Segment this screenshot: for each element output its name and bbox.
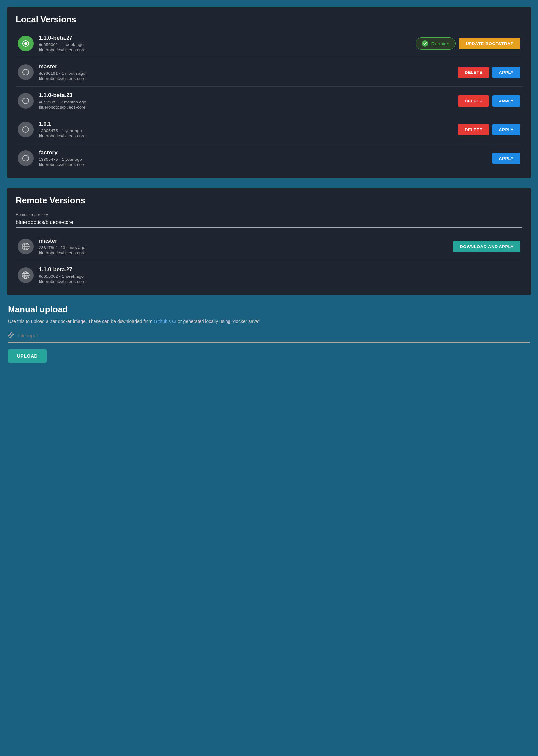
remote-versions-card: Remote Versions Remote repository master… <box>7 188 531 295</box>
apply-button[interactable]: APPLY <box>492 67 520 78</box>
checkmark-icon <box>423 41 427 45</box>
inactive-version-icon <box>18 150 33 166</box>
delete-button[interactable]: DELETE <box>458 124 489 135</box>
radio-inactive-icon <box>22 155 29 162</box>
inactive-version-icon <box>18 64 33 80</box>
file-input-row <box>8 332 530 343</box>
version-hash: 6d656002 - 1 week ago <box>39 42 410 47</box>
svg-point-0 <box>24 42 27 45</box>
table-row: 1.0.1 13805475 - 1 year ago bluerobotics… <box>16 117 522 142</box>
version-name: 1.0.1 <box>39 121 453 127</box>
inactive-version-icon <box>18 93 33 109</box>
row-divider <box>16 261 522 261</box>
desc-text-2: or generated locally using "docker save" <box>177 319 260 324</box>
paperclip-svg <box>8 332 15 338</box>
manual-upload-description: Use this to upload a .tar docker image. … <box>8 318 530 325</box>
table-row: 1.1.0-beta.23 a6e1f1c5 - 2 months ago bl… <box>16 89 522 113</box>
svg-point-5 <box>23 155 28 161</box>
version-name: 1.1.0-beta.27 <box>39 266 515 273</box>
version-actions: DELETE APPLY <box>458 124 520 135</box>
version-repo: bluerobotics/blueos-core <box>39 134 453 138</box>
row-divider <box>16 86 522 87</box>
version-name: 1.1.0-beta.23 <box>39 92 453 98</box>
running-status: Running <box>415 37 456 50</box>
check-icon <box>422 40 428 47</box>
apply-button[interactable]: APPLY <box>492 153 520 164</box>
version-info: 1.0.1 13805475 - 1 year ago bluerobotics… <box>39 121 453 138</box>
radio-inactive-icon <box>22 97 29 104</box>
radio-inactive-icon <box>22 126 29 133</box>
svg-point-3 <box>23 98 28 104</box>
version-hash: 13805475 - 1 year ago <box>39 157 487 162</box>
version-info: 1.1.0-beta.27 6d656002 - 1 week ago blue… <box>39 266 515 284</box>
version-hash: 13805475 - 1 year ago <box>39 128 453 133</box>
table-row: master dc986191 - 1 month ago blueroboti… <box>16 60 522 84</box>
version-actions: Running UPDATE BOOTSTRAP <box>415 37 520 50</box>
repo-label: Remote repository <box>16 212 522 217</box>
table-row: 1.1.0-beta.27 6d656002 - 1 week ago blue… <box>16 31 522 56</box>
desc-text-1: Use this to upload a .tar docker image. … <box>8 319 154 324</box>
download-and-apply-button[interactable]: DOWNLOAD AND APPLY <box>453 241 520 252</box>
paperclip-icon <box>8 332 15 340</box>
row-divider <box>16 58 522 58</box>
update-bootstrap-button[interactable]: UPDATE BOOTSTRAP <box>459 38 520 49</box>
globe-icon <box>18 239 33 254</box>
svg-point-4 <box>23 127 28 133</box>
globe-svg <box>22 242 30 251</box>
version-hash: 233178cf - 23 hours ago <box>39 245 448 250</box>
version-actions: DOWNLOAD AND APPLY <box>453 241 520 252</box>
upload-button[interactable]: UPLOAD <box>8 349 47 362</box>
svg-point-2 <box>23 69 28 75</box>
version-info: master dc986191 - 1 month ago blueroboti… <box>39 63 453 81</box>
radio-active-icon <box>22 40 29 47</box>
github-ci-link[interactable]: Github's CI <box>154 319 177 324</box>
row-divider <box>16 115 522 115</box>
version-repo: bluerobotics/blueos-core <box>39 250 448 255</box>
version-actions: DELETE APPLY <box>458 95 520 107</box>
apply-button[interactable]: APPLY <box>492 124 520 135</box>
version-hash: 6d656002 - 1 week ago <box>39 274 515 279</box>
version-info: master 233178cf - 23 hours ago bluerobot… <box>39 238 448 255</box>
local-version-list: 1.1.0-beta.27 6d656002 - 1 week ago blue… <box>16 31 522 170</box>
version-info: 1.1.0-beta.23 a6e1f1c5 - 2 months ago bl… <box>39 92 453 110</box>
apply-button[interactable]: APPLY <box>492 95 520 107</box>
globe-svg <box>22 271 30 280</box>
version-repo: bluerobotics/blueos-core <box>39 162 487 167</box>
version-actions: APPLY <box>492 153 520 164</box>
version-repo: bluerobotics/blueos-core <box>39 76 453 81</box>
radio-inactive-icon <box>22 69 29 76</box>
version-repo: bluerobotics/blueos-core <box>39 47 410 52</box>
version-name: 1.1.0-beta.27 <box>39 34 410 41</box>
local-versions-card: Local Versions 1.1.0-beta.27 6d656002 - … <box>7 7 531 178</box>
version-actions: DELETE APPLY <box>458 67 520 78</box>
manual-upload-title: Manual upload <box>8 304 530 315</box>
running-label: Running <box>431 41 450 46</box>
delete-button[interactable]: DELETE <box>458 67 489 78</box>
remote-version-list: master 233178cf - 23 hours ago bluerobot… <box>16 234 522 287</box>
row-divider <box>16 144 522 144</box>
local-versions-title: Local Versions <box>16 15 522 25</box>
version-info: factory 13805475 - 1 year ago blueroboti… <box>39 149 487 167</box>
inactive-version-icon <box>18 122 33 137</box>
version-repo: bluerobotics/blueos-core <box>39 279 515 284</box>
version-name: master <box>39 238 448 244</box>
version-hash: dc986191 - 1 month ago <box>39 71 453 76</box>
delete-button[interactable]: DELETE <box>458 95 489 107</box>
version-hash: a6e1f1c5 - 2 months ago <box>39 99 453 104</box>
remote-versions-title: Remote Versions <box>16 195 522 206</box>
table-row: factory 13805475 - 1 year ago blueroboti… <box>16 146 522 170</box>
version-name: master <box>39 63 453 70</box>
file-input[interactable] <box>18 333 530 339</box>
version-repo: bluerobotics/blueos-core <box>39 105 453 110</box>
active-version-icon <box>18 35 33 51</box>
manual-upload-section: Manual upload Use this to upload a .tar … <box>7 304 531 362</box>
table-row: master 233178cf - 23 hours ago bluerobot… <box>16 234 522 259</box>
remote-repo-input[interactable] <box>16 218 522 228</box>
table-row: 1.1.0-beta.27 6d656002 - 1 week ago blue… <box>16 263 522 287</box>
version-info: 1.1.0-beta.27 6d656002 - 1 week ago blue… <box>39 34 410 52</box>
globe-icon <box>18 267 33 283</box>
version-name: factory <box>39 149 487 156</box>
